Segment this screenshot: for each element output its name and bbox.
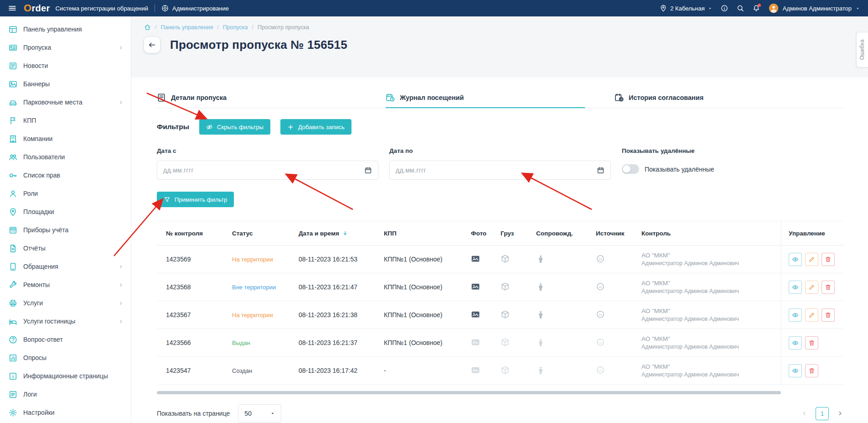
breadcrumb-passes[interactable]: Пропуска: [223, 24, 248, 31]
calendar-icon[interactable]: [597, 167, 604, 174]
error-side-tab[interactable]: Ошибка: [856, 32, 868, 68]
horizontal-scrollbar[interactable]: [157, 391, 781, 394]
apply-filter-button[interactable]: Применить фильтр: [157, 192, 234, 207]
menu-icon[interactable]: [8, 4, 16, 12]
sidebar-item-services[interactable]: Услуги: [0, 294, 131, 312]
view-button[interactable]: [789, 364, 802, 377]
view-button[interactable]: [789, 336, 802, 350]
view-button[interactable]: [789, 281, 802, 294]
control-org: АО "МКМ": [641, 335, 781, 342]
printer-icon: [9, 299, 17, 308]
sidebar-item-label: Обращения: [23, 263, 58, 270]
sidebar-item-repairs[interactable]: Ремонты: [0, 276, 131, 294]
home-icon[interactable]: [144, 24, 151, 31]
sidebar-item-companies[interactable]: Компании: [0, 130, 131, 148]
sidebar-item-reports[interactable]: Отчёты: [0, 239, 131, 257]
pencil-icon: [808, 256, 815, 263]
user-menu[interactable]: Админов Администратор: [769, 3, 860, 13]
filters-title: Фильтры: [157, 123, 189, 131]
edit-button[interactable]: [805, 253, 818, 266]
search-icon[interactable]: [737, 5, 744, 12]
sidebar-item-banners[interactable]: Баннеры: [0, 75, 131, 93]
logo-rest: rder: [31, 3, 50, 14]
breadcrumb-dashboard[interactable]: Панель управления: [160, 24, 213, 31]
control-person: Администратор Админов Админович: [641, 344, 781, 350]
control-org: АО "МКМ": [641, 252, 781, 259]
chevron-right-icon: [119, 282, 124, 287]
delete-button[interactable]: [822, 253, 835, 266]
sidebar-item-surveys[interactable]: Опросы: [0, 349, 131, 367]
sidebar-item-logs[interactable]: Логи: [0, 385, 131, 403]
sidebar-item-label: Пропуска: [23, 44, 51, 51]
column-header: КПП: [384, 221, 471, 245]
dashboard-icon: [9, 25, 17, 34]
per-page-select[interactable]: 50: [238, 404, 281, 423]
hide-filters-button[interactable]: Скрыть фильтры: [199, 119, 270, 135]
sidebar-item-hotel-services[interactable]: Услуги гостиницы: [0, 312, 131, 330]
back-button[interactable]: [144, 37, 160, 53]
current-page[interactable]: 1: [816, 407, 829, 420]
next-page-icon[interactable]: [837, 410, 843, 417]
date-from-field: Дата с дд.мм.гггг: [157, 147, 378, 180]
tab-visits[interactable]: Журнал посещений: [386, 88, 615, 108]
location-selector[interactable]: 2 Кабельная: [660, 5, 712, 12]
pass-icon: [9, 43, 17, 52]
sidebar-item-passes[interactable]: Пропуска: [0, 38, 131, 57]
view-button[interactable]: [789, 253, 802, 266]
delete-button[interactable]: [822, 281, 835, 294]
calendar-icon[interactable]: [364, 167, 372, 174]
sidebar-item-faq[interactable]: Вопрос-ответ: [0, 330, 131, 349]
sidebar-item-users[interactable]: Пользователи: [0, 148, 131, 166]
section-administration[interactable]: Администрирование: [161, 5, 229, 12]
sidebar-item-info-pages[interactable]: Информационные страницы: [0, 367, 131, 385]
delete-button[interactable]: [805, 364, 818, 377]
app-logo: Order: [24, 2, 50, 14]
datetime: 08-11-2023 16:17:42: [299, 367, 384, 374]
sidebar-item-dashboard[interactable]: Панель управления: [0, 20, 131, 38]
sidebar-item-label: Информационные страницы: [23, 372, 108, 380]
plus-icon: [287, 124, 294, 131]
breadcrumb-separator: /: [155, 24, 156, 31]
status-label: На территории: [232, 256, 299, 263]
sidebar-item-sites[interactable]: Площадки: [0, 203, 131, 221]
sidebar-item-settings[interactable]: Настройки: [0, 403, 131, 422]
prev-page-icon[interactable]: [801, 410, 807, 417]
date-to-placeholder: дд.мм.гггг: [396, 167, 426, 174]
sidebar-item-rights[interactable]: Список прав: [0, 166, 131, 184]
row-actions: [781, 329, 843, 356]
view-button[interactable]: [789, 308, 802, 322]
date-to-input[interactable]: дд.мм.гггг: [389, 161, 611, 180]
sidebar-item-label: Список прав: [23, 172, 60, 179]
sidebar-item-meters[interactable]: Приборы учёта: [0, 221, 131, 239]
banner-icon: [9, 80, 17, 89]
show-deleted-toggle-label: Показывать удалённые: [645, 166, 714, 173]
tab-details[interactable]: Детали пропуска: [157, 88, 386, 108]
edit-button[interactable]: [805, 308, 818, 322]
add-record-button[interactable]: Добавить запись: [280, 119, 351, 135]
column-header: Груз: [501, 221, 536, 245]
section-label: Администрирование: [172, 5, 229, 12]
sidebar-item-label: Опросы: [23, 354, 46, 361]
sidebar-item-parking[interactable]: Парковочные места: [0, 93, 131, 111]
question-icon: [9, 335, 17, 344]
edit-button[interactable]: [805, 281, 818, 294]
logo-o: O: [24, 2, 31, 14]
delete-button[interactable]: [805, 336, 818, 350]
arrow-left-icon: [148, 41, 156, 49]
tab-history[interactable]: История согласования: [615, 88, 843, 108]
column-header[interactable]: Дата и время: [299, 221, 384, 245]
sidebar-item-checkpoints[interactable]: КПП: [0, 111, 131, 130]
date-from-input[interactable]: дд.мм.гггг: [157, 161, 378, 180]
kpp: КПП№1 (Основное): [384, 283, 471, 291]
notifications-bell[interactable]: [753, 5, 760, 12]
sidebar-item-roles[interactable]: Роли: [0, 184, 131, 203]
hide-filters-label: Скрыть фильтры: [217, 124, 264, 131]
breadcrumb-separator: /: [252, 24, 253, 31]
sidebar-item-appeals[interactable]: Обращения: [0, 257, 131, 276]
sidebar-item-news[interactable]: Новости: [0, 57, 131, 75]
info-icon[interactable]: [721, 5, 728, 12]
delete-button[interactable]: [822, 308, 835, 322]
column-header: Управление: [781, 221, 843, 245]
table-row: 1423568Вне территории08-11-2023 16:21:47…: [157, 273, 843, 301]
show-deleted-toggle[interactable]: [622, 164, 639, 174]
